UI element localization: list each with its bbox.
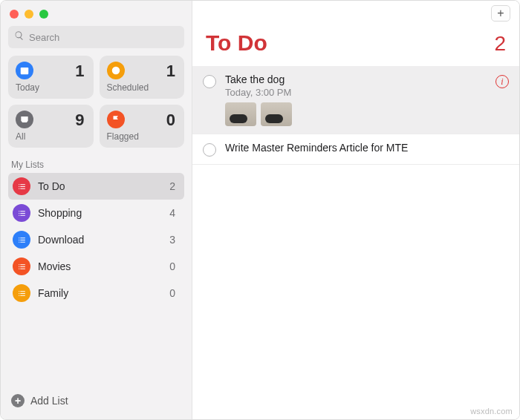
app-window: Today 1 Scheduled 1 All 9 Flagged 0 My L…	[0, 0, 520, 420]
list-count: 4	[169, 207, 180, 219]
list-bullet-icon	[13, 204, 30, 222]
search-icon	[14, 30, 29, 44]
smart-lists-grid: Today 1 Scheduled 1 All 9 Flagged 0	[8, 56, 184, 148]
add-list-label: Add List	[30, 395, 68, 407]
tile-label: All	[16, 131, 86, 142]
reminder-title: Take the dog	[225, 73, 490, 85]
list-count: 0	[169, 287, 180, 299]
list-bullet-icon	[13, 257, 30, 275]
new-reminder-button[interactable]: +	[491, 5, 510, 22]
main-panel: + To Do 2 Take the dogToday, 3:00 PMiWri…	[192, 1, 519, 419]
sidebar-list-shopping[interactable]: Shopping4	[8, 200, 184, 226]
reminder-subtitle: Today, 3:00 PM	[225, 87, 490, 98]
tile-count: 1	[166, 62, 175, 81]
sidebar-list-family[interactable]: Family0	[8, 280, 184, 306]
tile-count: 0	[166, 111, 175, 130]
toolbar: +	[192, 1, 519, 26]
list-name: Movies	[38, 260, 169, 272]
reminder-body: Write Master Reminders Article for MTE	[225, 142, 509, 157]
sidebar: Today 1 Scheduled 1 All 9 Flagged 0 My L…	[1, 1, 192, 419]
list-name: Family	[38, 287, 169, 299]
spacer	[8, 306, 184, 390]
minimize-window-button[interactable]	[25, 10, 33, 19]
list-count: 0	[169, 260, 180, 272]
attachment-row	[225, 102, 490, 126]
tile-label: Flagged	[107, 131, 178, 142]
tray-icon	[16, 111, 33, 128]
reminder-title: Write Master Reminders Article for MTE	[225, 142, 509, 154]
watermark: wsxdn.com	[470, 407, 513, 416]
list-title: To Do	[206, 30, 267, 56]
list-count: 3	[169, 234, 180, 246]
list-name: Download	[38, 234, 169, 246]
reminder-item[interactable]: Take the dogToday, 3:00 PMi	[192, 66, 519, 134]
reminders-list: Take the dogToday, 3:00 PMiWrite Master …	[192, 66, 519, 165]
list-header: To Do 2	[192, 26, 519, 66]
add-list-button[interactable]: + Add List	[8, 390, 184, 412]
lists-container: To Do2Shopping4Download3Movies0Family0	[8, 173, 184, 306]
flag-icon	[107, 111, 125, 128]
list-bullet-icon	[13, 231, 30, 249]
complete-toggle[interactable]	[203, 75, 216, 88]
tile-count: 1	[75, 62, 84, 81]
complete-toggle[interactable]	[203, 143, 216, 157]
tile-flagged[interactable]: Flagged 0	[100, 105, 185, 148]
attachment-thumbnail[interactable]	[225, 102, 256, 126]
lists-section-header: My Lists	[8, 155, 184, 173]
list-name: Shopping	[38, 207, 169, 219]
tile-today[interactable]: Today 1	[8, 56, 94, 99]
sidebar-list-movies[interactable]: Movies0	[8, 253, 184, 280]
svg-rect-1	[21, 68, 29, 69]
tile-count: 9	[75, 111, 84, 130]
plus-icon: +	[497, 7, 504, 20]
search-field[interactable]	[8, 26, 184, 48]
tile-label: Today	[16, 82, 86, 93]
list-total-count: 2	[494, 32, 506, 56]
clock-icon	[107, 62, 125, 79]
plus-icon: +	[11, 394, 25, 407]
reminder-body: Take the dogToday, 3:00 PM	[225, 73, 490, 126]
list-bullet-icon	[13, 284, 30, 302]
list-name: To Do	[38, 180, 169, 192]
sidebar-list-todo[interactable]: To Do2	[8, 173, 184, 200]
list-bullet-icon	[13, 177, 30, 195]
search-input[interactable]	[29, 32, 178, 43]
window-controls	[8, 8, 184, 26]
fullscreen-window-button[interactable]	[39, 10, 48, 19]
reminder-item[interactable]: Write Master Reminders Article for MTE	[192, 134, 519, 165]
tile-scheduled[interactable]: Scheduled 1	[100, 56, 185, 99]
info-icon[interactable]: i	[495, 75, 509, 88]
close-window-button[interactable]	[10, 10, 19, 19]
list-count: 2	[169, 180, 180, 192]
tile-all[interactable]: All 9	[8, 105, 94, 148]
attachment-thumbnail[interactable]	[261, 102, 292, 126]
tile-label: Scheduled	[107, 82, 178, 93]
sidebar-list-download[interactable]: Download3	[8, 226, 184, 253]
calendar-icon	[16, 62, 33, 79]
